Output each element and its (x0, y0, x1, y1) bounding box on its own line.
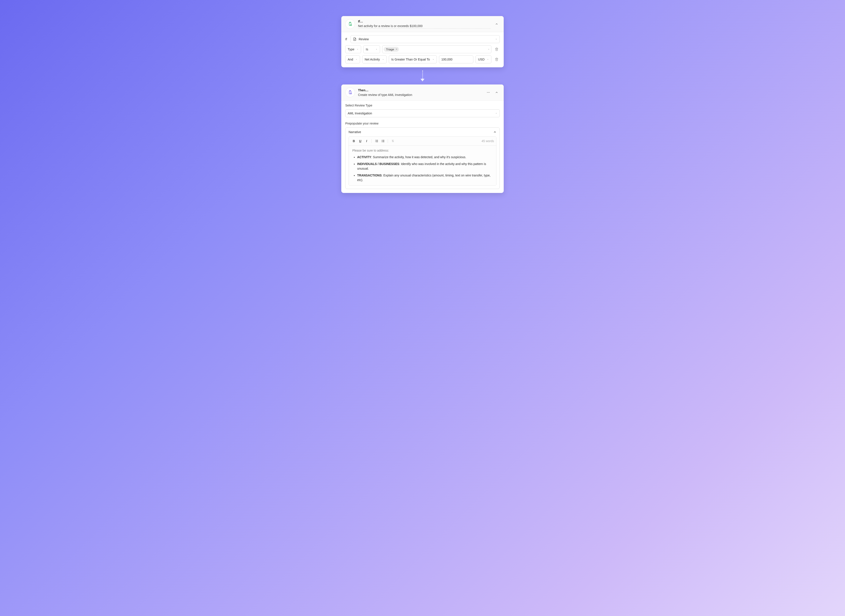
if-card-body: If Review Type (341, 32, 504, 67)
caret-down-icon (487, 58, 489, 60)
narrative-section: Narrative B U I 123 (345, 128, 500, 189)
narrative-editor: B U I 123 45 words (349, 136, 496, 186)
field-select-net-activity[interactable]: Net Activity (362, 56, 387, 63)
value-input-field[interactable] (442, 58, 471, 61)
select-review-type-label: Select Review Type (345, 104, 500, 107)
svg-point-19 (381, 141, 382, 141)
arrow-down-icon (421, 79, 424, 81)
clipboard-plus-icon (345, 88, 355, 97)
narrative-toggle[interactable]: Narrative (345, 128, 500, 136)
if-card: If… Net activity for a review is or exce… (341, 16, 504, 67)
entity-select-value: Review (359, 37, 369, 41)
list-item: INDIVIDUALS / BUSINESSES: Identify who w… (357, 162, 493, 171)
toolbar-separator (371, 139, 372, 143)
then-card-body: Select Review Type AML Investigation Pre… (341, 101, 504, 193)
if-label: If (345, 37, 348, 41)
narrative-label: Narrative (349, 130, 361, 134)
svg-point-7 (488, 92, 489, 92)
svg-text:3: 3 (375, 141, 376, 142)
caret-down-icon (356, 48, 359, 50)
underline-button[interactable]: U (357, 138, 363, 144)
ordered-list-button[interactable]: 123 (374, 138, 379, 144)
operator-select-gte[interactable]: Is Greater Than Or Equal To (389, 56, 437, 63)
more-menu-button[interactable] (485, 89, 491, 95)
bold-button[interactable]: B (351, 138, 357, 144)
caret-down-icon (495, 38, 497, 40)
delete-row-button[interactable] (494, 46, 500, 52)
caret-down-icon (488, 48, 490, 50)
italic-button[interactable]: I (364, 138, 370, 144)
svg-point-20 (381, 142, 382, 142)
clear-formatting-button[interactable] (390, 138, 396, 144)
review-type-value: AML Investigation (348, 111, 372, 115)
unordered-list-button[interactable] (380, 138, 386, 144)
chip-triage: Triage ✕ (384, 47, 399, 52)
word-count: 45 words (481, 139, 494, 143)
svg-point-18 (381, 140, 382, 140)
svg-point-6 (487, 92, 487, 92)
caret-down-icon (432, 58, 434, 60)
editor-intro: Please be sure to address: (352, 149, 493, 152)
caret-down-icon (382, 58, 384, 60)
caret-down-icon (495, 112, 497, 114)
list-item: ACTIVITY: Summarize the activity, how it… (357, 155, 493, 160)
delete-row-button[interactable] (494, 56, 500, 63)
value-tag-input[interactable]: Triage ✕ (382, 45, 491, 53)
field-select-type[interactable]: Type (345, 45, 361, 53)
if-description[interactable]: Net activity for a review is or exceeds … (358, 24, 490, 29)
flow-connector (421, 70, 424, 81)
editor-content[interactable]: Please be sure to address: ACTIVITY: Sum… (349, 146, 496, 185)
editor-bullet-list: ACTIVITY: Summarize the activity, how it… (352, 155, 493, 182)
collapse-button[interactable] (494, 21, 500, 27)
then-card: Then… Create review of type AML Investig… (341, 85, 504, 193)
currency-select[interactable]: USD (475, 56, 491, 63)
chevron-up-icon (493, 131, 496, 133)
if-title: If… (358, 20, 490, 23)
review-type-select[interactable]: AML Investigation (345, 109, 500, 117)
then-description: Create review of type AML Investigation (358, 93, 482, 97)
then-title: Then… (358, 88, 482, 92)
operator-select-is[interactable]: Is (363, 45, 380, 53)
prepopulate-label: Prepopulate your review (345, 122, 500, 125)
clipboard-check-icon (345, 19, 355, 29)
list-item: TRANSACTIONS: Explain any unusual charac… (357, 173, 493, 182)
value-input[interactable] (439, 56, 474, 63)
if-card-header: If… Net activity for a review is or exce… (341, 16, 504, 32)
conjunction-select[interactable]: And (345, 56, 360, 63)
caret-down-icon (376, 48, 378, 50)
svg-point-8 (489, 92, 489, 92)
chip-remove-icon[interactable]: ✕ (395, 48, 398, 51)
collapse-button[interactable] (494, 89, 500, 95)
document-icon (353, 37, 356, 41)
editor-toolbar: B U I 123 45 words (349, 136, 496, 146)
entity-select[interactable]: Review (351, 35, 500, 43)
then-card-header: Then… Create review of type AML Investig… (341, 85, 504, 101)
caret-down-icon (355, 58, 358, 60)
